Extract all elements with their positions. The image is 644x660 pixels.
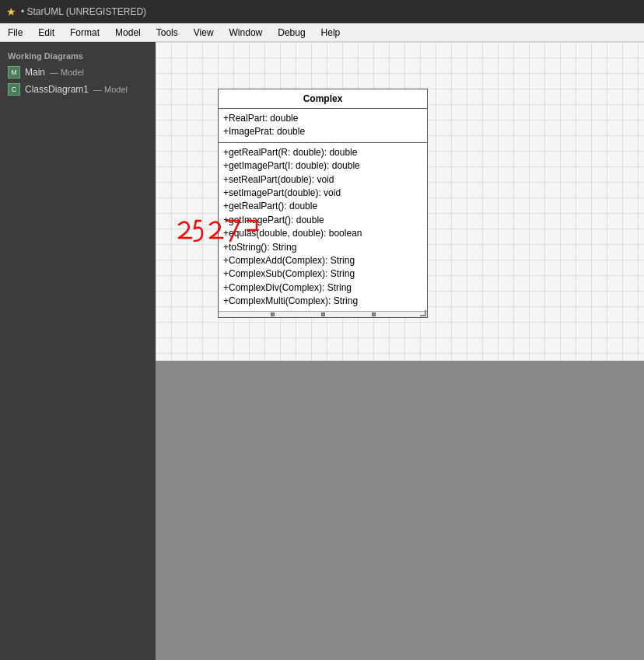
uml-method: +getRealPart(): double [223,200,422,213]
sidebar-item-label-0: Main [25,67,45,78]
uml-attribute: +RealPart: double [223,112,422,125]
uml-method: +getImagePart(I: double): double [223,159,422,173]
sidebar-item-1[interactable]: CClassDiagram1— Model [0,81,156,98]
uml-class-attributes: +RealPart: double+ImagePrat: double [219,109,427,143]
menu-item-edit[interactable]: Edit [30,23,62,41]
uml-method: +setRealPart(double): void [223,173,422,187]
menu-item-file[interactable]: File [0,23,30,41]
uml-class-diagram[interactable]: Complex +RealPart: double+ImagePrat: dou… [218,89,428,318]
menu-item-debug[interactable]: Debug [270,23,313,41]
uml-method: +equlas(double, double): boolean [223,227,422,240]
uml-method: +getRealPart(R: double): double [223,146,422,159]
diagram-icon-1: C [8,83,20,96]
menu-item-tools[interactable]: Tools [149,23,186,41]
app-icon: ★ [6,5,16,18]
uml-method: +ComplexSub(Complex): String [223,267,422,281]
main-layout: Working Diagrams MMain— ModelCClassDiagr… [0,42,644,660]
resize-dot-right [372,313,376,316]
diagram-icon-0: M [8,66,20,79]
uml-class-title: Complex [219,89,427,109]
uml-attribute: +ImagePrat: double [223,125,422,138]
resize-handle[interactable] [419,309,427,317]
uml-method: +ComplexAdd(Complex): String [223,254,422,267]
uml-method: +getImagePart(): double [223,214,422,227]
uml-method: +ComplexDiv(Complex): String [223,281,422,295]
sidebar-item-meta-0: — Model [50,68,84,77]
canvas-area[interactable]: Complex +RealPart: double+ImagePrat: dou… [156,42,644,660]
menu-item-model[interactable]: Model [107,23,149,41]
sidebar: Working Diagrams MMain— ModelCClassDiagr… [0,42,156,660]
app-title: • StarUML (UNREGISTERED) [21,6,146,17]
menu-item-format[interactable]: Format [62,23,107,41]
resize-handle-row[interactable] [219,311,427,317]
resize-dot-left [271,313,275,316]
menu-item-view[interactable]: View [186,23,222,41]
menu-item-window[interactable]: Window [222,23,271,41]
uml-class-methods: +getRealPart(R: double): double+getImage… [219,143,427,312]
menu-item-help[interactable]: Help [313,23,348,41]
bottom-gray-area [156,361,644,660]
sidebar-item-label-1: ClassDiagram1 [25,84,89,95]
menubar: FileEditFormatModelToolsViewWindowDebugH… [0,23,644,42]
sidebar-item-0[interactable]: MMain— Model [0,64,156,81]
uml-method: +setImagePart(double): void [223,187,422,200]
sidebar-item-meta-1: — Model [93,85,128,94]
uml-method: +toString(): String [223,241,422,254]
sidebar-section-title: Working Diagrams [0,48,156,64]
titlebar: ★ • StarUML (UNREGISTERED) [0,0,644,23]
resize-dot-center [321,313,325,316]
uml-method: +ComplexMulti(Complex): String [223,295,422,308]
